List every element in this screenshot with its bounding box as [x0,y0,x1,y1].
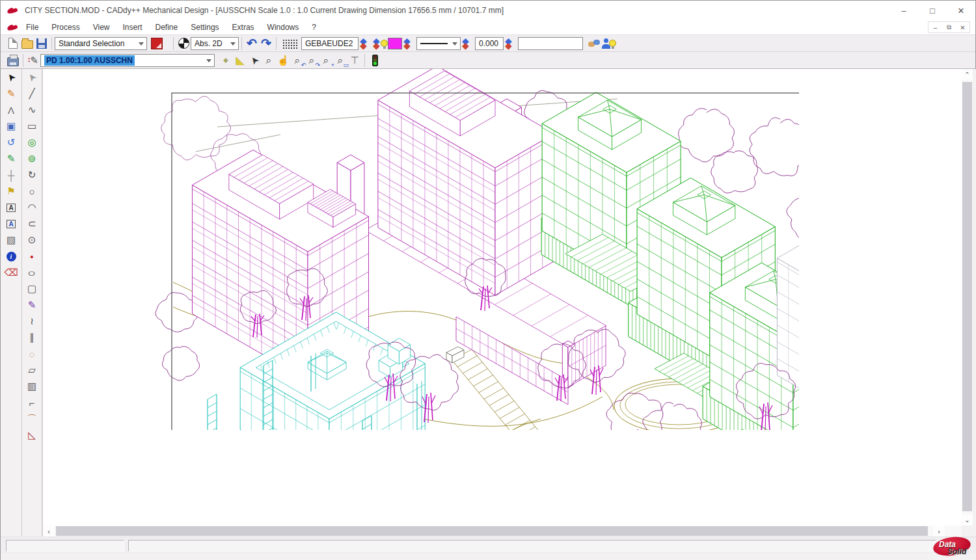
pointer-draw-button[interactable]: ➤ [247,53,262,68]
octagon-icon[interactable]: ⊚ [23,151,40,167]
menu-windows[interactable]: Windows [261,21,306,34]
blocks-icon[interactable]: ▥ [23,379,40,394]
line-icon[interactable]: ╱ [23,86,40,101]
horizontal-scroll-thumb[interactable] [56,526,928,536]
polyline-icon[interactable]: ∿ [23,102,40,118]
hatch-icon[interactable]: ▨ [3,232,20,248]
menu-view[interactable]: View [87,21,116,34]
point-grid-icon[interactable]: ┼ [3,167,20,183]
menu-insert[interactable]: Insert [116,21,149,34]
pick-arrow-icon[interactable]: ➤ [23,70,40,85]
info-icon[interactable]: i [3,248,20,264]
selection-color-dropdown[interactable] [164,36,170,51]
scroll-down-button[interactable]: ⌄ [962,514,973,526]
line-style-combo[interactable] [416,37,461,50]
active-color-button[interactable] [388,36,402,51]
redo-button[interactable]: ↷ [259,36,273,51]
layer-stack-button-2[interactable]: ◆◆ [402,36,416,51]
rotate-copy-icon[interactable]: ↺ [3,135,20,150]
close-button[interactable]: ✕ [947,1,975,20]
box-3d-icon[interactable]: ▱ [23,362,40,378]
freeform-icon[interactable]: ◌ [23,346,40,362]
minimize-button[interactable]: – [889,1,918,20]
red-select-icon [151,38,163,49]
parallel-icon[interactable]: ∥ [23,330,40,345]
new-file-button[interactable] [6,36,20,51]
arc-icon[interactable]: ◠ [23,200,40,215]
open-file-button[interactable] [20,36,34,51]
layer-stack-button-1[interactable]: ◆◆ [359,36,373,51]
zoom-all-button[interactable]: ⌕+ [319,53,333,68]
group-name-field[interactable]: GEBAEUDE2 [301,37,359,50]
zoom-next-button[interactable]: ⌕↷ [305,53,319,68]
set-square-button[interactable]: ◣ [233,53,247,68]
circle-icon[interactable]: ○ [23,183,40,199]
contour-icon[interactable]: ⌐ [23,395,40,410]
spline-rect-icon[interactable]: ▢ [23,281,40,297]
zoom-page-button[interactable]: ⌕▭ [333,53,347,68]
circle-tangent-icon[interactable]: ↻ [23,167,40,183]
measure-pin-button[interactable]: ⌖ [219,53,233,68]
print-button[interactable] [6,53,20,68]
text-frame-icon[interactable]: A [3,200,20,215]
ring-icon[interactable]: ⊙ [23,232,40,248]
layer-visibility-button[interactable]: ◆◆ [373,36,388,51]
group-visibility-button[interactable] [601,36,616,51]
mdi-close-button[interactable]: ✕ [956,22,969,33]
group-hands-button[interactable] [587,36,601,51]
selection-color-button[interactable] [150,36,164,51]
pan-hand-button[interactable]: ☝ [276,53,290,68]
pointer-draw-icon: ➤ [247,53,262,67]
menu-process[interactable]: Process [45,21,86,34]
drawing-status-button[interactable] [368,53,382,68]
pencil-icon[interactable]: ✎ [3,86,20,101]
font-edit-icon[interactable]: A [3,216,20,232]
menu-settings[interactable]: Settings [184,21,225,34]
zoom-previous-button[interactable]: ⌕↶ [290,53,305,68]
mdi-restore-button[interactable]: ⧉ [942,22,956,33]
menu-extras[interactable]: Extras [226,21,261,34]
menu-file[interactable]: File [20,21,45,34]
eraser-icon[interactable]: ⌫ [3,265,20,280]
point-icon[interactable]: • [23,248,40,264]
scroll-right-button[interactable]: › [933,526,945,537]
horizontal-scrollbar[interactable]: ‹ › [43,526,962,537]
select-arrow-icon[interactable]: ➤ [3,70,20,85]
datasolid-text-2: Solid [947,547,966,556]
spline-icon[interactable]: ≀ [23,313,40,329]
layer-stack-button-3[interactable]: ◆◆ [461,36,475,51]
coordinate-mode-combo[interactable]: Abs. 2D [191,37,239,50]
selection-mode-combo[interactable]: Standard Selection [55,37,147,50]
level-tool-button[interactable]: ⊤ [347,53,362,68]
line-width-field[interactable]: 0.000 [475,37,504,50]
zoom-window-button[interactable]: ⌕ [262,53,276,68]
save-button[interactable] [34,36,49,51]
extra-field[interactable] [518,37,583,50]
mdi-minimize-button[interactable]: – [929,22,942,33]
menu-define[interactable]: Define [149,21,185,34]
menu-help[interactable]: ? [305,21,323,34]
scroll-left-button[interactable]: ‹ [43,526,55,537]
image-edit-icon[interactable]: ▣ [3,118,20,134]
view-select-combo[interactable]: PD 1.00:1.00 AUSSCHN [40,54,215,67]
layer-stack-button-4[interactable]: ◆◆ [504,36,518,51]
grid-button[interactable] [279,36,301,51]
chamfer-icon[interactable]: ◺ [23,427,40,443]
redline-button[interactable]: ∶✎ [26,53,40,68]
vertical-scrollbar[interactable]: ⌃ ⌄ [962,69,973,526]
snap-flag-icon[interactable]: ⚑ [3,183,20,199]
drawing-canvas[interactable] [43,69,962,526]
scroll-up-button[interactable]: ⌃ [962,69,973,80]
rectangle-icon[interactable]: ▭ [23,118,40,134]
vertical-scroll-thumb[interactable] [962,82,972,511]
fillet-icon[interactable]: ⌒ [23,411,40,427]
maximize-button[interactable]: □ [918,1,947,20]
polygon-icon[interactable]: ◎ [23,135,40,150]
origin-button[interactable] [176,36,191,51]
dividers-icon[interactable]: Λ [3,102,20,118]
arc-3pt-icon[interactable]: ⊂ [23,216,40,232]
ellipse-icon[interactable]: ○ [23,265,40,280]
undo-button[interactable]: ↶ [245,36,259,51]
pencil-green-icon[interactable]: ✎ [3,151,20,167]
region-edit-icon[interactable]: ✎ [23,297,40,313]
